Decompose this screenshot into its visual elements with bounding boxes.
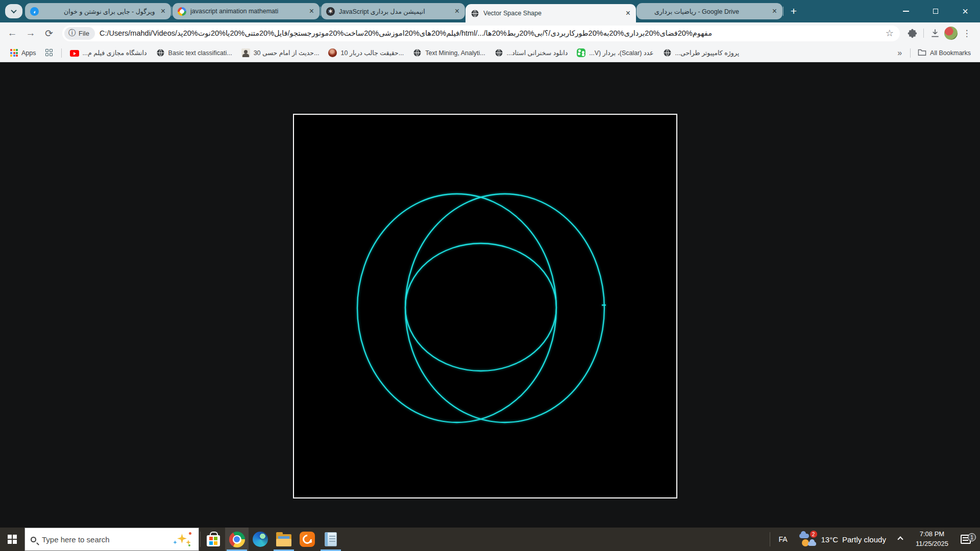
globe-icon [663, 48, 672, 57]
windows-logo-icon [8, 535, 17, 544]
tab-title: ریاضیات برداری - Google Drive [654, 8, 767, 15]
bookmark-item[interactable]: دانلود سخنرانی استاد... [492, 48, 571, 57]
virgool-icon: ، [30, 7, 39, 16]
vector-shape-canvas [293, 114, 677, 498]
taskbar-chrome-button[interactable] [225, 528, 249, 551]
window-controls: × [891, 0, 980, 22]
minimize-button[interactable] [891, 0, 921, 22]
page-content [0, 62, 980, 528]
notepad-icon [325, 532, 337, 546]
browser-menu-icon[interactable]: ⋮ [960, 26, 974, 40]
bookmark-label: 30 حدیث از امام حسی... [254, 49, 320, 57]
bookmark-item[interactable]: Basic text classificati... [153, 48, 235, 57]
extensions-puzzle-icon[interactable] [905, 26, 919, 40]
close-tab-icon[interactable]: × [453, 7, 461, 15]
taskbar-edge-button[interactable] [249, 528, 272, 551]
temperature-text: 13°C [821, 535, 839, 544]
bookmark-grid-button[interactable] [42, 49, 56, 57]
back-button[interactable]: ← [4, 26, 20, 41]
youtube-icon [70, 50, 79, 57]
squares-grid-icon [45, 49, 53, 57]
minimize-icon [903, 11, 909, 12]
site-info-chip[interactable]: ⓘ File [64, 27, 95, 40]
bookmarks-divider [61, 48, 62, 58]
taskbar-file-explorer-button[interactable] [272, 528, 296, 551]
new-tab-button[interactable]: + [787, 4, 801, 18]
apps-label: Apps [21, 49, 36, 57]
forward-button[interactable]: → [22, 26, 39, 41]
restore-button[interactable] [921, 0, 950, 22]
close-tab-icon[interactable]: × [308, 7, 315, 15]
taskbar-store-button[interactable] [202, 528, 225, 551]
profile-avatar[interactable] [944, 27, 958, 40]
globe-icon [495, 48, 503, 57]
tab-separator [783, 7, 783, 16]
action-center-button[interactable]: 1 [954, 535, 977, 544]
clock-widget[interactable]: 7:08 PM 11/25/2025 [911, 530, 953, 549]
bookmarks-overflow-chevron[interactable]: » [894, 48, 905, 58]
tab-virgool[interactable]: ، ویرگول - جایی برای نوشتن و خوان × [25, 3, 171, 19]
restore-window-icon [933, 9, 938, 14]
bookmark-label: دانلود سخنرانی استاد... [507, 49, 568, 57]
all-bookmarks-button[interactable]: All Bookmarks [916, 48, 973, 58]
bookmark-star-icon[interactable]: ☆ [886, 28, 894, 39]
taskbar-eitaa-button[interactable] [296, 528, 319, 551]
person-icon [241, 48, 250, 57]
bookmark-label: دانشگاه مجازی فیلم م... [83, 49, 147, 57]
tab-separator [172, 7, 172, 16]
globe-icon [413, 48, 422, 57]
toolbar-divider [923, 29, 924, 38]
bookmark-item[interactable]: 30 حدیث از امام حسی... [238, 48, 323, 57]
bookmark-item[interactable]: Text Mining, Analyti... [410, 48, 488, 57]
close-button[interactable]: × [950, 0, 980, 22]
tab-google-search[interactable]: javascript animation mathemati × [173, 3, 320, 19]
chrome-icon [229, 532, 245, 547]
taskbar-search[interactable]: Type here to search [24, 528, 199, 551]
close-tab-icon[interactable]: × [159, 7, 167, 15]
apps-shortcut[interactable]: Apps [7, 49, 39, 57]
copilot-sparkles-icon[interactable] [173, 531, 193, 548]
tab-vector-space-shape[interactable]: Vector Space Shape × [465, 4, 636, 22]
tray-separator [770, 532, 770, 546]
apps-grid-icon [10, 49, 18, 57]
tab-google-drive[interactable]: ریاضیات برداری - Google Drive × [636, 3, 782, 19]
chatgpt-icon: ∗ [326, 7, 335, 16]
info-icon: ⓘ [68, 29, 76, 38]
date-text: 11/25/2025 [916, 539, 948, 549]
downloads-icon[interactable] [928, 26, 942, 40]
search-icon [31, 537, 36, 542]
bookmark-label: 10 حقیقت جالب دربار... [340, 49, 404, 57]
tab-strip: ، ویرگول - جایی برای نوشتن و خوان × java… [0, 0, 980, 22]
taskbar: Type here to search FA 2 13°C [0, 528, 980, 551]
start-button[interactable] [0, 528, 24, 551]
address-bar[interactable]: ⓘ File C:/Users/mahdi/Videos/فیلم%20های%… [62, 26, 900, 41]
close-tab-icon[interactable]: × [771, 7, 778, 15]
reload-button[interactable]: ⟳ [41, 26, 57, 41]
language-indicator[interactable]: FA [772, 535, 793, 543]
globe-icon [471, 9, 479, 18]
edge-icon [253, 532, 268, 547]
site-info-label: File [79, 30, 89, 37]
tab-chatgpt[interactable]: ∗ JavaScript انیمیشن مدل برداری × [321, 3, 465, 19]
bookmark-item[interactable]: دانشگاه مجازی فیلم م... [67, 49, 150, 57]
taskbar-notepad-button[interactable] [319, 528, 342, 551]
all-bookmarks-label: All Bookmarks [930, 49, 971, 57]
circles-drawing [294, 115, 676, 497]
red-circle-icon [328, 48, 337, 57]
tab-search-button[interactable] [5, 4, 22, 18]
close-tab-icon[interactable]: × [624, 9, 632, 17]
bookmark-item[interactable]: پروژه کامپیوتر طراحی... [660, 48, 743, 57]
bookmark-item[interactable]: عدد (Scalar)، بردار (V... [574, 48, 656, 57]
time-text: 7:08 PM [916, 530, 948, 539]
bookmark-label: پروژه کامپیوتر طراحی... [675, 49, 740, 57]
url-text: C:/Users/mahdi/Videos/فیلم%20های%20اموزش… [100, 29, 879, 37]
folder-icon [918, 48, 926, 58]
google-icon [178, 7, 186, 16]
eitaa-icon [300, 532, 315, 547]
bookmarks-bar: Apps دانشگاه مجازی فیلم م... Basic text … [0, 44, 980, 62]
weather-widget[interactable]: 2 13°C Partly cloudy [795, 531, 890, 548]
google-drive-icon [642, 7, 650, 16]
bookmark-item[interactable]: 10 حقیقت جالب دربار... [325, 48, 407, 57]
bookmark-label: Text Mining, Analyti... [425, 49, 485, 57]
show-hidden-icons-button[interactable] [891, 537, 910, 541]
